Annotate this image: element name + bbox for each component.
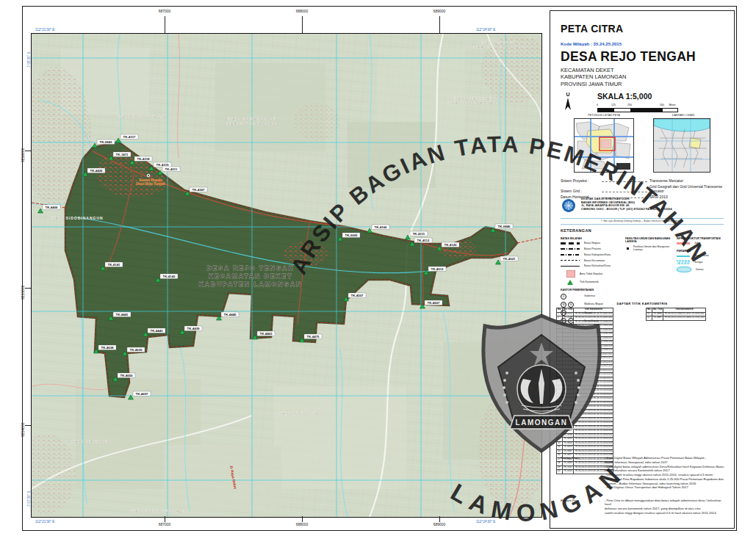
sumber-line: - Hasil Digitasi Unsur Transportasi dan …: [605, 485, 724, 489]
svg-text:KECAMATAN GLAGAH: KECAMATAN GLAGAH: [473, 45, 525, 49]
scale-tick-label: 250: [627, 104, 632, 106]
village-label: DESA PLOSOBUDEN: [470, 501, 518, 506]
svg-text:U: U: [566, 92, 569, 97]
admin-subtitles: KECAMATAN DEKETKABUPATEN LAMONGANPROVINS…: [561, 67, 626, 87]
legend-item-perairan: Garis Pantai: [677, 254, 725, 257]
svg-text:Desa Rejo Tengah: Desa Rejo Tengah: [136, 182, 165, 186]
admin-subtitle-line: PROVINSI JAWA TIMUR: [561, 81, 626, 87]
legend-item-area-tidak-sepakat: Area Tidak Sepakat: [561, 270, 622, 278]
svg-text:TK-4443: TK-4443: [150, 329, 163, 333]
svg-text:TK-4439: TK-4439: [187, 327, 200, 330]
sumber-line: Desa/Kelurahan secara Kartometrik tahun …: [605, 468, 724, 472]
tk-table-left: No.No. TitikTitik Kartometrik1TK-4105TK.…: [556, 308, 613, 474]
legend-item-batas: Batas Kecamatan: [561, 259, 622, 262]
svg-text:TK-0840: TK-0840: [497, 225, 511, 228]
scale-bar: 0125250500Meter: [597, 104, 678, 112]
triangle-swatch: [567, 280, 573, 285]
copyright-line: © Hak cipta dilindungi Undang-Undang — B…: [561, 218, 724, 225]
perairan-heading: PERAIRAN: [677, 250, 725, 253]
svg-text:TK-4120: TK-4120: [444, 243, 457, 247]
sumber-line: - Data digital Peta Rupabumi Indonesia s…: [605, 477, 724, 481]
geo-coordinate-label: 7°05'30" S: [27, 52, 31, 68]
svg-text:KECAMATAN GLAGAH: KECAMATAN GLAGAH: [447, 101, 500, 105]
village-label: DESA SIDOBINANGUN: [51, 216, 103, 220]
map-title: PETA CITRA: [561, 23, 623, 36]
projection-row: Sistem Grid :Grid Geografi dan Grid Univ…: [561, 184, 725, 194]
svg-text:KECAMATAN GLAGAH: KECAMATAN GLAGAH: [226, 121, 278, 126]
svg-text:DESA REJO TENGAH: DESA REJO TENGAH: [206, 264, 294, 272]
svg-text:TK-4367: TK-4367: [192, 188, 205, 192]
batas-heading: BATAS WILAYAH: [561, 237, 622, 240]
north-arrow-icon: U: [562, 90, 574, 112]
inset-left-caption: PETUNJUK LETAK PETA: [571, 114, 637, 117]
svg-text:DESA SRIRANDE: DESA SRIRANDE: [278, 411, 317, 416]
svg-text:TK-4319: TK-4319: [156, 163, 169, 167]
legend-item-batas: Batas Kabupaten/Kota: [561, 253, 622, 256]
geo-coordinate-label: 112°21'30" E: [35, 28, 54, 32]
line-swatch: [561, 254, 580, 256]
admin-subtitle-line: KABUPATEN LAMONGAN: [561, 73, 626, 80]
svg-text:TK-4638: TK-4638: [101, 346, 114, 350]
svg-text:TK-4141: TK-4141: [107, 263, 120, 267]
scale-tick-label: 125: [611, 104, 616, 106]
line-swatch: [561, 248, 580, 250]
legend-item-titik-kartometrik: Titik Kartometrik: [561, 280, 622, 285]
grid-label-bottom: 689000: [433, 522, 446, 526]
svg-text:TK-4697: TK-4697: [135, 392, 148, 396]
village-label: DESA MENDOGOKECAMATAN GLAGAH: [447, 96, 500, 105]
legend-item-batas: Batas Negara: [561, 242, 622, 245]
sumber-data-block: Sumber Data : - Data Digital Batas Wilay…: [561, 456, 727, 490]
inset-map-location-index: [574, 118, 634, 173]
inset-map-regency: [653, 118, 710, 173]
satellite-map: DESA BABATAGUNGDESA MARGOANYARKECAMATAN …: [32, 34, 541, 517]
svg-text:TK-4406: TK-4406: [45, 206, 58, 209]
publisher-block: DICETAK DAN DITERBITKAN OLEH:BADAN INFOR…: [561, 198, 725, 214]
svg-text:TK-1411: TK-1411: [116, 153, 129, 156]
riwayat-line: - Peta Citra ini dibuat menggunakan data…: [605, 499, 727, 507]
tk-table-heading: DAFTAR TITIK KARTOMETRIS: [561, 302, 724, 305]
region-code: Kode Wilayah : 35.24.25.2015: [561, 42, 622, 48]
riwayat-line: delineasi secara kartometrik tahun 2017,…: [605, 507, 727, 510]
legend-item-perairan: Sungai: [677, 260, 725, 264]
village-label: DESA PANDANPANCUR: [131, 509, 185, 513]
svg-text:DESA BABATAGUNG: DESA BABATAGUNG: [118, 115, 165, 119]
riwayat-peta-block: Riwayat Peta : - Peta Citra ini dibuat m…: [561, 499, 727, 515]
svg-text:TK-0005: TK-0005: [345, 233, 358, 237]
water-swatch: [677, 267, 691, 272]
svg-text:TK-4463: TK-4463: [259, 332, 273, 336]
legend-item-fasum: Fasilitas Umum dan Bangunan Lainnya: [625, 245, 674, 252]
grid-label-top: 687000: [159, 9, 171, 13]
legend-item-jalan: Jalan: [677, 242, 725, 245]
scale-unit-label: Meter: [669, 104, 675, 106]
map-sheet-page: { "panel": { "title": "PETA CITRA", "kod…: [0, 0, 756, 536]
sumber-line: Badan Informasi Geospasial, edisi tahun …: [605, 460, 724, 464]
line-swatch: [561, 260, 580, 261]
svg-text:TK-4445: TK-4445: [223, 313, 237, 316]
svg-text:TK-4012: TK-4012: [431, 267, 444, 271]
svg-text:KECAMATAN DEKET: KECAMATAN DEKET: [209, 272, 293, 280]
svg-text:TK-4317: TK-4317: [123, 135, 136, 139]
legend-infra-column: INFRASTRUKTUR TRANSPORTASI Jalan PERAIRA…: [677, 237, 725, 275]
map-canvas: DESA BABATAGUNGDESA MARGOANYARKECAMATAN …: [31, 33, 542, 518]
svg-text:TK-4111: TK-4111: [413, 232, 425, 236]
sumber-line: - Data Digital Batas Wilayah Administras…: [605, 456, 724, 460]
publisher-line: CIBINONG 16911 - BOGOR | TLP. (021) 8752…: [581, 208, 672, 211]
projection-row: Sistem Proyeksi :Transverse Mercator: [561, 178, 725, 184]
scale-tick-label: 500: [660, 104, 664, 106]
water-swatch: [677, 260, 690, 264]
svg-text:TK-4021: TK-4021: [503, 257, 516, 261]
grid-label-top: 689000: [433, 9, 446, 13]
village-label: DESA MARGOANYARKECAMATAN GLAGAH: [226, 117, 278, 126]
admin-subtitle-line: KECAMATAN DEKET: [561, 67, 626, 73]
grid-label-top: 688000: [296, 9, 309, 13]
big-logo-icon: [561, 198, 577, 214]
svg-text:TK-4112: TK-4112: [417, 239, 430, 242]
svg-text:TK-4650: TK-4650: [120, 374, 133, 377]
legend-item-batas: Batas Provinsi: [561, 247, 622, 250]
grid-label-bottom: 688000: [296, 522, 309, 526]
grid-label-left: 9215000: [21, 286, 25, 300]
tk-table-right: No.No. TitikTitik Kartometrik41TK-0884TK…: [646, 308, 706, 321]
kantor-heading: KANTOR PEMERINTAHAN: [561, 289, 622, 291]
svg-text:TK-4441: TK-4441: [115, 313, 129, 316]
grid-label-bottom: 687000: [159, 522, 171, 526]
